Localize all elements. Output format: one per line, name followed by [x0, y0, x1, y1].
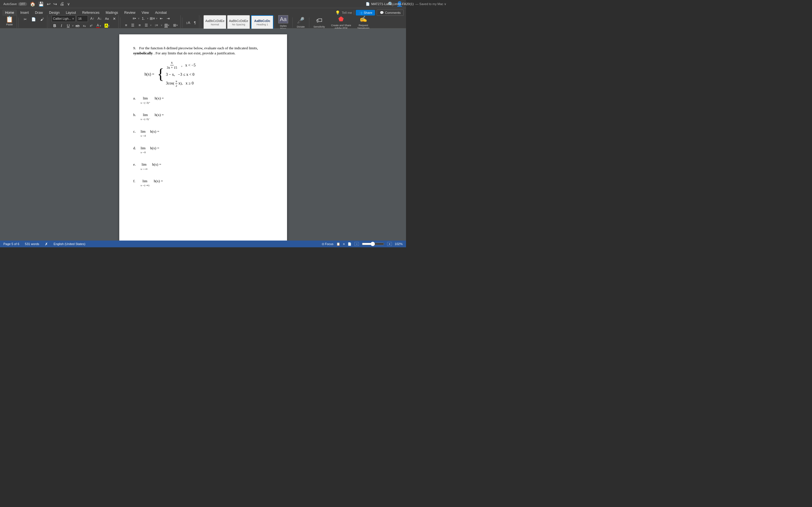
borders-button[interactable]: ⊞∨: [171, 22, 179, 28]
piecewise-function: h(x) = { x 3x + 15 , x < −5: [145, 60, 273, 88]
create-share-pdf-button[interactable]: ⬟ Create and Share Adobe PDF: [328, 15, 354, 30]
clear-format-button[interactable]: ✕: [111, 15, 117, 22]
home-icon[interactable]: 🏠: [30, 1, 36, 7]
style-heading1[interactable]: AaBbCcDc Heading 1: [251, 15, 273, 30]
increase-indent-button[interactable]: ⇥: [165, 15, 171, 21]
problem-9: 9. For the function h defined piecewise …: [133, 46, 273, 187]
multilevel-button[interactable]: ⊞≡: [149, 15, 155, 21]
numbering-button[interactable]: 1.: [140, 15, 146, 21]
doc-icon: 📄: [366, 2, 370, 6]
styles-pane-button[interactable]: Aa Styles Pane: [275, 15, 291, 30]
italic-button[interactable]: I: [58, 22, 64, 29]
zoom-out-button[interactable]: −: [354, 242, 359, 246]
menu-item-insert[interactable]: Insert: [17, 10, 32, 16]
more-icon[interactable]: ∨: [67, 2, 70, 6]
menu-item-draw[interactable]: Draw: [32, 10, 46, 16]
highlight-button[interactable]: A ∨: [103, 22, 111, 29]
format-painter-button[interactable]: 🖌: [38, 15, 46, 23]
bold-button[interactable]: B: [52, 22, 58, 29]
increase-font-button[interactable]: A↑: [89, 15, 95, 22]
strikethrough-button[interactable]: ab: [74, 22, 81, 29]
decrease-font-button[interactable]: A↓: [96, 15, 103, 22]
bullets-button[interactable]: ≡•: [131, 15, 137, 21]
sub-label-f: f.: [133, 179, 139, 184]
sub-label-e: e.: [133, 162, 139, 167]
print-icon[interactable]: 🖨: [60, 1, 64, 6]
menu-item-layout[interactable]: Layout: [63, 10, 79, 16]
edit-group: ✂ 📄 🖌: [20, 15, 47, 30]
menu-item-references[interactable]: References: [79, 10, 102, 16]
print-layout-icon[interactable]: 📋: [336, 242, 340, 246]
zoom-in-button[interactable]: +: [387, 242, 392, 246]
word-count[interactable]: 531 words: [25, 242, 39, 245]
change-case-button[interactable]: Aa: [104, 15, 110, 22]
outline-view-icon[interactable]: ≡: [343, 242, 345, 245]
marks-group: ↕A ¶: [184, 15, 199, 30]
page-info[interactable]: Page 5 of 6: [3, 242, 19, 245]
zoom-level[interactable]: 102%: [395, 242, 403, 245]
language-selector[interactable]: English (United States): [54, 242, 86, 245]
web-view-icon[interactable]: 📄: [348, 242, 352, 246]
comments-button[interactable]: 💬Comments: [377, 10, 404, 16]
limit-d: lim x→0: [141, 146, 146, 154]
tell-me-field[interactable]: Tell me: [342, 11, 352, 14]
align-right-button[interactable]: ≡: [137, 22, 143, 28]
document-area: 9. For the function h defined piecewise …: [0, 29, 406, 240]
paragraph-group: ≡• ∨ 1. ∨ ⊞≡ ∨ ⇤ ⇥ ≡ ☰ ≡ ☰ ∨ ↕≡ ∨ ▨∨ ⊞: [122, 15, 181, 30]
dictate-button[interactable]: 🎤 Dictate: [294, 15, 308, 30]
share-button[interactable]: 👥Share: [356, 10, 375, 15]
menu-item-review[interactable]: Review: [121, 10, 138, 16]
sub-problem-d: d. lim x→0 h(x) =: [133, 146, 273, 154]
style-normal[interactable]: AaBbCcDdEe Normal: [204, 15, 226, 30]
focus-button[interactable]: ⊙ Focus: [322, 242, 334, 246]
redo-icon[interactable]: ↪: [53, 1, 57, 7]
undo-icon[interactable]: ↩: [47, 1, 50, 7]
align-center-button[interactable]: ☰: [130, 22, 136, 28]
paste-button[interactable]: 📋 Paste: [3, 15, 15, 26]
superscript-button[interactable]: x²: [88, 22, 94, 29]
align-left-button[interactable]: ≡: [123, 22, 129, 28]
styles-pane-icon: Aa: [278, 15, 288, 23]
sub-label-d: d.: [133, 146, 139, 151]
menu-item-mailings[interactable]: Mailings: [103, 10, 121, 16]
menu-item-design[interactable]: Design: [46, 10, 62, 16]
subscript-button[interactable]: x₂: [81, 22, 87, 29]
autosave-label[interactable]: AutoSave OFF: [3, 2, 27, 6]
problem-number: 9.: [133, 46, 136, 50]
signature-icon: ✍: [359, 15, 367, 23]
menu-item-home[interactable]: Home: [2, 10, 17, 16]
adobe-icon: ⬟: [338, 15, 344, 23]
limit-f: lim x→(−∞): [141, 179, 149, 187]
line-spacing-button[interactable]: ↕≡: [152, 22, 160, 28]
document-page: 9. For the function h defined piecewise …: [119, 34, 287, 240]
font-color-button[interactable]: A ∨: [95, 22, 103, 29]
case-3: 3cos( π 2 x), x ≥ 0: [166, 79, 196, 88]
request-signatures-button[interactable]: ✍ Request Signatures: [354, 15, 372, 30]
zoom-slider[interactable]: [362, 242, 384, 246]
show-marks-button[interactable]: ¶: [192, 19, 198, 25]
justify-button[interactable]: ☰: [143, 22, 149, 28]
sub-label-c: c.: [133, 129, 139, 134]
limit-e: lim x→+∞: [141, 162, 148, 171]
lightbulb-icon: 💡: [335, 10, 340, 15]
sensitivity-button[interactable]: 🏷 Sensitivity: [311, 15, 328, 30]
titlebar-left: AutoSave OFF 🏠 💾 ↩ ↪ 🖨 ∨: [3, 1, 70, 7]
style-no-spacing[interactable]: AaBbCcDdEe No Spacing: [227, 15, 250, 30]
spell-check-icon[interactable]: ✗: [45, 242, 48, 246]
menu-item-view[interactable]: View: [139, 10, 152, 16]
save-icon[interactable]: 💾: [38, 1, 44, 7]
sort-button[interactable]: ↕A: [185, 19, 191, 25]
dictate-icon: 🎤: [297, 17, 305, 24]
underline-button[interactable]: U: [65, 22, 71, 29]
left-brace: {: [157, 68, 164, 81]
font-name-selector[interactable]: Calibri Ligh... ∨: [52, 15, 75, 22]
decrease-indent-button[interactable]: ⇤: [158, 15, 164, 21]
shading-button[interactable]: ▨∨: [163, 22, 171, 28]
font-size-selector[interactable]: 16: [77, 15, 88, 22]
menu-item-acrobat[interactable]: Acrobat: [152, 10, 169, 16]
cut-button[interactable]: ✂: [21, 15, 29, 23]
copy-button[interactable]: 📄: [30, 15, 38, 23]
problem-intro: 9. For the function h defined piecewise …: [133, 46, 273, 56]
cases-container: x 3x + 15 , x < −5 3 − x, −3 ≤ x < 0: [166, 60, 196, 88]
status-bar: Page 5 of 6 531 words ✗ English (United …: [0, 240, 406, 247]
